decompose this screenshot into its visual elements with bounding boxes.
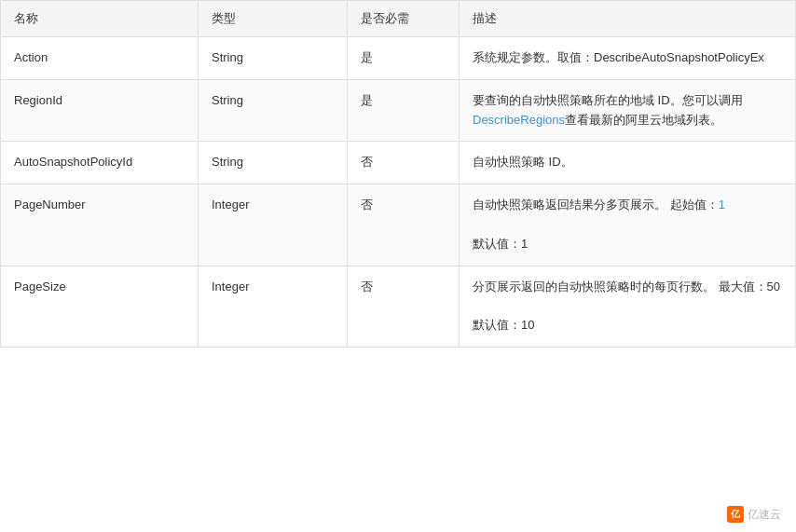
- cell-required: 是: [348, 79, 460, 142]
- cell-description: 要查询的自动快照策略所在的地域 ID。您可以调用DescribeRegions查…: [460, 79, 796, 142]
- cell-type: Integer: [199, 266, 348, 347]
- table-row: PageNumberInteger否自动快照策略返回结果分多页展示。 起始值：1…: [1, 184, 796, 266]
- cell-name: Action: [1, 37, 199, 80]
- cell-required: 否: [348, 184, 460, 266]
- header-desc: 描述: [460, 1, 796, 37]
- cell-name: PageNumber: [1, 184, 199, 266]
- cell-description: 系统规定参数。取值：DescribeAutoSnapshotPolicyEx: [460, 37, 796, 80]
- watermark-text: 亿速云: [748, 507, 781, 523]
- cell-required: 否: [348, 266, 460, 347]
- header-name: 名称: [1, 1, 199, 37]
- cell-description: 自动快照策略返回结果分多页展示。 起始值：1默认值：1: [460, 184, 796, 266]
- cell-required: 是: [348, 37, 460, 80]
- cell-description: 分页展示返回的自动快照策略时的每页行数。 最大值：50默认值：10: [460, 266, 796, 347]
- table-header-row: 名称 类型 是否必需 描述: [1, 1, 796, 37]
- cell-name: PageSize: [1, 266, 199, 347]
- cell-description: 自动快照策略 ID。: [460, 142, 796, 184]
- watermark-logo: 亿: [727, 506, 744, 523]
- cell-type: String: [199, 79, 348, 142]
- watermark: 亿 亿速云: [727, 506, 781, 523]
- table-row: RegionIdString是要查询的自动快照策略所在的地域 ID。您可以调用D…: [1, 79, 796, 142]
- table-row: ActionString是系统规定参数。取值：DescribeAutoSnaps…: [1, 37, 796, 80]
- params-table: 名称 类型 是否必需 描述 ActionString是系统规定参数。取值：Des…: [0, 0, 796, 348]
- cell-type: Integer: [199, 184, 348, 266]
- describe-regions-link[interactable]: DescribeRegions: [473, 113, 565, 127]
- table-row: AutoSnapshotPolicyIdString否自动快照策略 ID。: [1, 142, 796, 184]
- table-container: 名称 类型 是否必需 描述 ActionString是系统规定参数。取值：Des…: [0, 0, 796, 532]
- header-required: 是否必需: [348, 1, 460, 37]
- cell-type: String: [199, 37, 348, 80]
- cell-name: RegionId: [1, 79, 199, 142]
- cell-name: AutoSnapshotPolicyId: [1, 142, 199, 184]
- table-row: PageSizeInteger否分页展示返回的自动快照策略时的每页行数。 最大值…: [1, 266, 796, 347]
- header-type: 类型: [199, 1, 348, 37]
- cell-required: 否: [348, 142, 460, 184]
- highlight-value: 1: [719, 198, 725, 211]
- cell-type: String: [199, 142, 348, 184]
